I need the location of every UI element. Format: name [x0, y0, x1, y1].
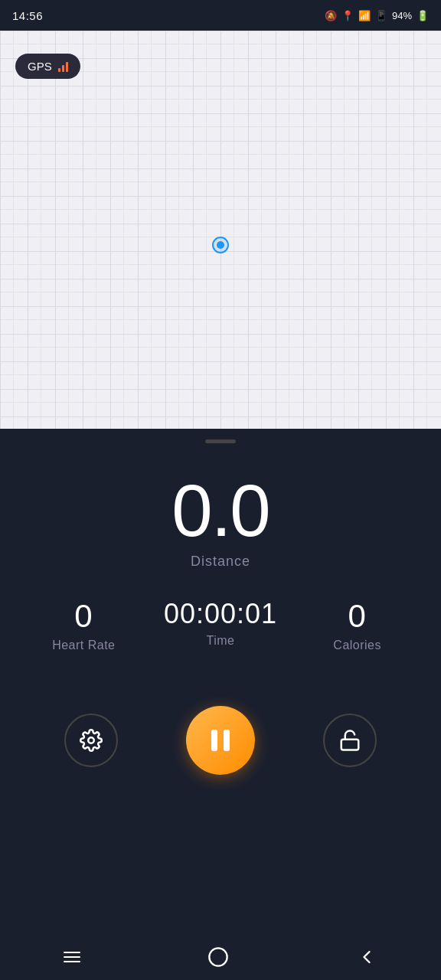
status-bar: 14:56 🔕 📍 📶 📱 94% 🔋: [0, 0, 441, 31]
heart-rate-stat: 0 Heart Rate: [15, 600, 152, 652]
bottom-panel: 0.0 Distance 0 Heart Rate 00:00:01 Time …: [0, 429, 441, 934]
status-time: 14:56: [12, 9, 43, 22]
location-dot-inner: [217, 241, 224, 249]
heart-rate-label: Heart Rate: [52, 639, 115, 652]
home-icon: [207, 946, 229, 968]
time-stat: 00:00:01 Time: [152, 600, 289, 648]
pause-icon: [211, 730, 230, 751]
svg-point-0: [89, 737, 95, 743]
status-icons: 🔕 📍 📶 📱 94% 🔋: [325, 10, 429, 21]
calories-label: Calories: [333, 639, 381, 652]
lock-button[interactable]: [323, 714, 377, 767]
lock-icon: [338, 729, 361, 752]
pause-button[interactable]: [186, 706, 255, 775]
calories-value: 0: [348, 600, 367, 632]
svg-rect-1: [341, 740, 358, 750]
gps-bar-2: [62, 65, 64, 72]
home-button[interactable]: [200, 939, 237, 975]
calories-stat: 0 Calories: [289, 600, 426, 652]
gps-bar-1: [58, 68, 60, 72]
location-icon: 📍: [341, 10, 354, 21]
gps-signal-icon: [58, 61, 68, 72]
distance-value: 0.0: [172, 474, 269, 547]
battery-icon: 🔋: [416, 10, 429, 21]
gps-bar-3: [66, 62, 68, 72]
distance-label: Distance: [191, 554, 250, 570]
location-dot: [212, 237, 229, 253]
pause-bar-right: [224, 730, 230, 751]
location-dot-outer: [212, 237, 229, 253]
heart-rate-value: 0: [74, 600, 93, 632]
mute-icon: 🔕: [325, 10, 337, 21]
svg-point-2: [209, 948, 227, 965]
menu-button[interactable]: [56, 944, 88, 970]
nav-bar: [0, 934, 441, 980]
map-area[interactable]: GPS: [0, 31, 441, 459]
stats-row: 0 Heart Rate 00:00:01 Time 0 Calories: [0, 600, 441, 652]
menu-icon: [64, 952, 80, 962]
map-grid: GPS: [0, 31, 441, 459]
signal-icon: 📱: [375, 10, 387, 21]
drag-handle[interactable]: [205, 439, 236, 443]
battery-level: 94%: [392, 10, 412, 21]
controls-row: [0, 706, 441, 775]
time-label: Time: [207, 634, 235, 648]
back-button[interactable]: [348, 939, 385, 975]
pause-bar-left: [211, 730, 217, 751]
time-value: 00:00:01: [164, 600, 277, 628]
gps-button[interactable]: GPS: [15, 54, 80, 79]
back-icon: [356, 946, 377, 968]
gps-label: GPS: [28, 60, 52, 73]
settings-icon: [80, 729, 103, 752]
wifi-icon: 📶: [358, 10, 371, 21]
settings-button[interactable]: [64, 714, 118, 767]
